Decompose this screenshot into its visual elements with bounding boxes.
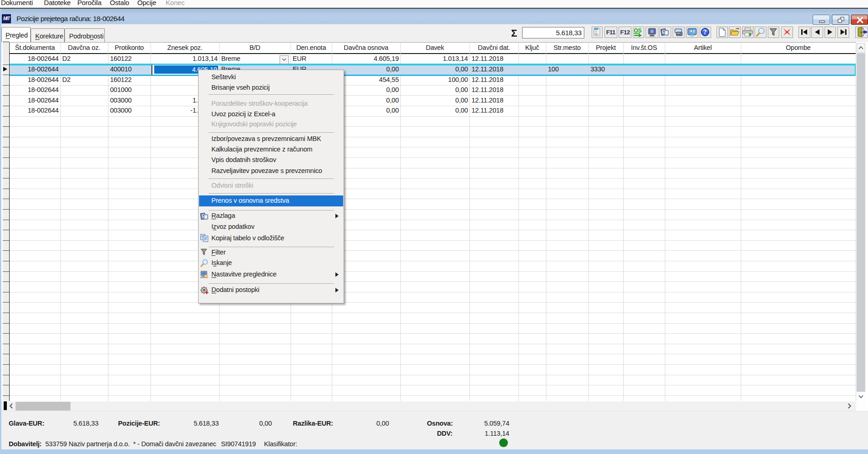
svg-text:OS: OS (634, 27, 642, 34)
svg-text:?: ? (703, 29, 706, 36)
